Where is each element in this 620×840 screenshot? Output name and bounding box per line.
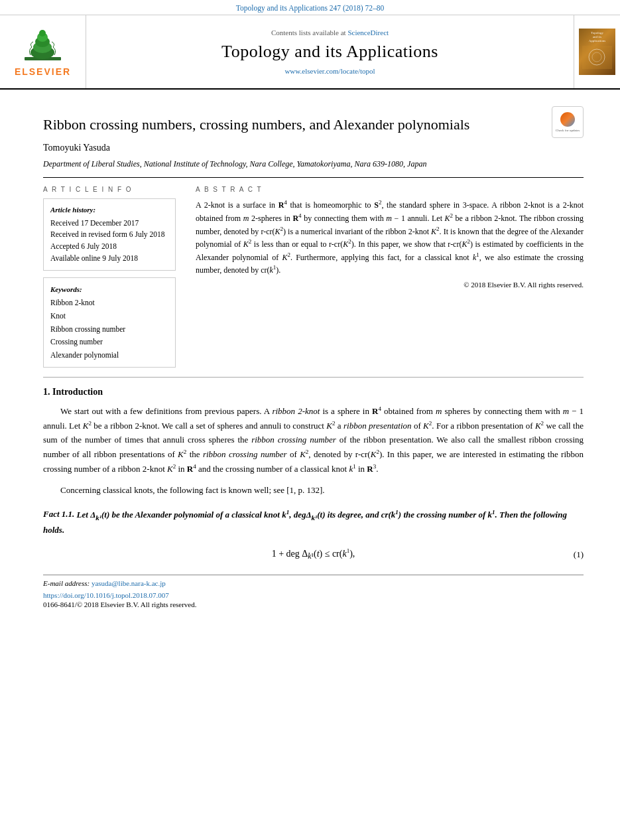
equation-1-content: 1 + deg Δk¹(t) ≤ cr(k1), xyxy=(272,547,355,561)
accepted-date: Accepted 6 July 2018 xyxy=(50,241,168,253)
check-badge-icon xyxy=(560,112,575,127)
paper-title: Ribbon crossing numbers, crossing number… xyxy=(43,115,469,135)
journal-url[interactable]: www.elsevier.com/locate/topol xyxy=(284,67,375,75)
journal-ref-bar: Topology and its Applications 247 (2018)… xyxy=(0,0,620,15)
keyword-1: Ribbon 2-knot xyxy=(50,297,168,310)
contents-available-line: Contents lists available at ScienceDirec… xyxy=(271,29,389,36)
elsevier-logo-area: ELSEVIER xyxy=(0,15,86,88)
online-date: Available online 9 July 2018 xyxy=(50,253,168,265)
intro-paragraph-2: Concerning classical knots, the followin… xyxy=(43,484,584,498)
article-info-abstract-section: A R T I C L E I N F O Article history: R… xyxy=(43,186,584,368)
svg-point-6 xyxy=(39,30,46,36)
elsevier-logo: ELSEVIER xyxy=(15,27,71,77)
header-divider xyxy=(43,177,584,178)
body-divider xyxy=(43,377,584,378)
email-link[interactable]: yasuda@libe.nara-k.ac.jp xyxy=(92,579,166,587)
keywords-label: Keywords: xyxy=(50,283,168,296)
check-updates-badge: Check for updates xyxy=(552,106,584,138)
contents-text: Contents lists available at xyxy=(271,29,346,36)
main-content: Ribbon crossing numbers, crossing number… xyxy=(0,90,620,622)
keyword-3: Ribbon crossing number xyxy=(50,323,168,336)
author-name: Tomoyuki Yasuda xyxy=(43,143,584,153)
sciencedirect-link[interactable]: ScienceDirect xyxy=(347,29,389,36)
fact-label: Fact 1.1. Let Δk¹(t) be the Alexander po… xyxy=(43,507,584,537)
journal-cover-thumbnail: Topologyand itsApplications xyxy=(579,29,615,75)
fact-1-1-block: Fact 1.1. Let Δk¹(t) be the Alexander po… xyxy=(43,507,584,537)
journal-header: ELSEVIER Contents lists available at Sci… xyxy=(0,15,620,90)
article-info-column: A R T I C L E I N F O Article history: R… xyxy=(43,186,176,368)
abstract-text: A 2-knot is a surface in R4 that is home… xyxy=(196,198,584,277)
article-info-header: A R T I C L E I N F O xyxy=(43,186,176,193)
elsevier-brand-text: ELSEVIER xyxy=(15,66,71,77)
keyword-2: Knot xyxy=(50,310,168,323)
elsevier-tree-icon xyxy=(21,27,64,64)
footer-divider xyxy=(43,575,584,575)
cover-illustration xyxy=(582,46,612,69)
article-history-box: Article history: Received 17 December 20… xyxy=(43,198,176,270)
revised-date: Received in revised form 6 July 2018 xyxy=(50,229,168,241)
copyright-text: © 2018 Elsevier B.V. All rights reserved… xyxy=(196,281,584,289)
cover-title-text: Topologyand itsApplications xyxy=(589,31,606,43)
fact-text: Let Δk¹(t) be the Alexander polynomial o… xyxy=(43,510,567,535)
abstract-column: A B S T R A C T A 2-knot is a surface in… xyxy=(196,186,584,368)
keywords-box: Keywords: Ribbon 2-knot Knot Ribbon cros… xyxy=(43,277,176,368)
keyword-4: Crossing number xyxy=(50,336,168,349)
equation-1-row: 1 + deg Δk¹(t) ≤ cr(k1), (1) xyxy=(43,547,584,561)
keyword-5: Alexander polynomial xyxy=(50,349,168,362)
journal-cover-area: Topologyand itsApplications xyxy=(574,15,620,88)
footer-issn: 0166-8641/© 2018 Elsevier B.V. All right… xyxy=(43,600,584,608)
check-updates-label: Check for updates xyxy=(556,129,580,132)
footer-doi[interactable]: https://doi.org/10.1016/j.topol.2018.07.… xyxy=(43,591,584,599)
received-date: Received 17 December 2017 xyxy=(50,218,168,230)
intro-paragraph-1: We start out with a few definitions from… xyxy=(43,404,584,476)
equation-1-number: (1) xyxy=(574,549,584,560)
affiliation: Department of Liberal Studies, National … xyxy=(43,159,584,170)
title-row: Ribbon crossing numbers, crossing number… xyxy=(43,103,584,143)
email-label: E-mail address: xyxy=(43,579,90,587)
article-history-label: Article history: xyxy=(50,204,168,216)
introduction-heading: 1. Introduction xyxy=(43,387,584,397)
journal-header-center: Contents lists available at ScienceDirec… xyxy=(86,15,574,88)
footer-email-line: E-mail address: yasuda@libe.nara-k.ac.jp xyxy=(43,579,584,587)
journal-title: Topology and its Applications xyxy=(221,42,438,62)
abstract-header: A B S T R A C T xyxy=(196,186,584,193)
